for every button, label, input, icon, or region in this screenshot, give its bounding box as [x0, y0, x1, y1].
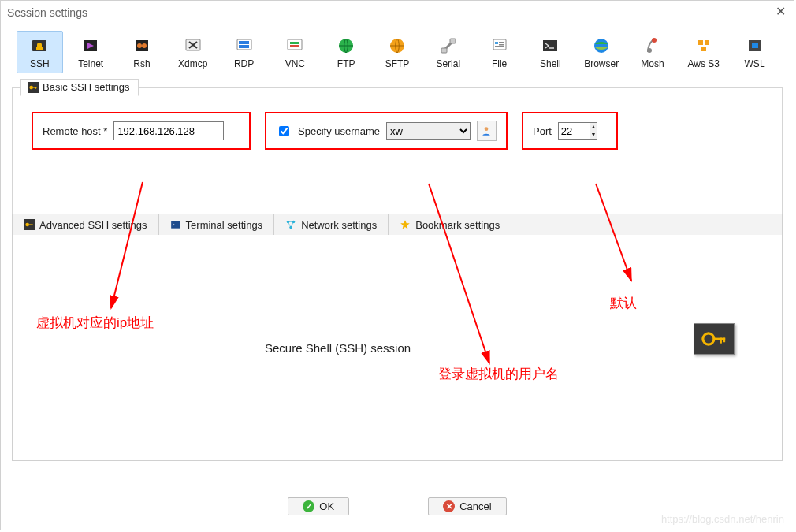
- tab-terminal[interactable]: Terminal settings: [159, 214, 275, 235]
- subtab-head: Advanced SSH settings Terminal settings …: [13, 214, 782, 235]
- xdmcp-icon: [184, 36, 203, 55]
- type-telnet[interactable]: Telnet: [68, 31, 114, 73]
- settings-row: Remote host * Specify username xw Port ▲…: [13, 88, 782, 164]
- svg-rect-18: [441, 48, 447, 53]
- svg-rect-1: [36, 47, 43, 50]
- tab-advanced-ssh[interactable]: Advanced SSH settings: [13, 214, 159, 235]
- specify-username-label: Specify username: [298, 125, 380, 137]
- svg-rect-25: [543, 40, 557, 51]
- username-group: Specify username xw: [265, 112, 508, 150]
- star-icon: [400, 219, 411, 230]
- svg-rect-49: [720, 338, 722, 344]
- svg-point-27: [652, 38, 657, 43]
- key-icon: [701, 329, 727, 349]
- svg-rect-29: [698, 40, 703, 45]
- user-picker-button[interactable]: [477, 121, 497, 141]
- browser-icon: [592, 36, 611, 55]
- remote-host-group: Remote host *: [32, 112, 251, 150]
- svg-rect-50: [723, 338, 725, 343]
- type-serial[interactable]: Serial: [425, 31, 471, 73]
- spin-up-icon[interactable]: ▲: [590, 123, 597, 131]
- type-wsl[interactable]: WSL: [731, 31, 778, 73]
- type-label: SFTP: [375, 58, 420, 69]
- port-group: Port ▲▼: [522, 112, 618, 150]
- type-vnc[interactable]: VNC: [272, 31, 318, 73]
- ssh-icon: [30, 36, 49, 55]
- svg-point-35: [29, 85, 33, 89]
- type-label: Rsh: [120, 58, 165, 69]
- type-rsh[interactable]: Rsh: [119, 31, 166, 73]
- svg-rect-10: [244, 41, 249, 44]
- advanced-content: Secure Shell (SSH) session 虚拟机对应的ip地址 登录…: [13, 235, 782, 460]
- window-title: Session settings: [7, 6, 87, 19]
- spinner-arrows[interactable]: ▲▼: [590, 122, 597, 140]
- session-type-row: SSH Telnet Rsh Xdmcp RDP VNC FTP SFTP: [1, 24, 794, 83]
- cancel-button[interactable]: ✕ Cancel: [428, 497, 506, 515]
- basic-ssh-tab[interactable]: Basic SSH settings: [20, 79, 139, 96]
- svg-rect-37: [35, 87, 36, 88]
- ftp-icon: [337, 36, 355, 55]
- svg-point-6: [142, 43, 147, 48]
- svg-rect-15: [290, 45, 299, 47]
- svg-point-5: [137, 43, 142, 48]
- type-file[interactable]: File: [476, 31, 523, 73]
- annotation-user: 登录虚拟机的用户名: [438, 365, 559, 383]
- port-spinner[interactable]: ▲▼: [558, 122, 597, 140]
- type-label: FTP: [324, 58, 369, 69]
- file-icon: [490, 36, 509, 55]
- type-label: Aws S3: [681, 58, 726, 69]
- check-icon: ✓: [303, 500, 314, 512]
- type-ftp[interactable]: FTP: [323, 31, 370, 73]
- svg-rect-41: [28, 224, 32, 225]
- tab-label: Advanced SSH settings: [39, 219, 147, 231]
- remote-host-label: Remote host *: [43, 125, 107, 137]
- svg-rect-8: [237, 39, 251, 50]
- network-icon: [285, 219, 296, 230]
- type-shell[interactable]: Shell: [527, 31, 574, 73]
- spin-down-icon[interactable]: ▼: [590, 131, 597, 139]
- type-label: VNC: [273, 58, 318, 69]
- tab-bookmark[interactable]: Bookmark settings: [389, 214, 511, 235]
- type-browser[interactable]: Browser: [578, 31, 625, 73]
- tab-label: Bookmark settings: [415, 219, 500, 231]
- svg-rect-23: [499, 44, 504, 46]
- type-label: SSH: [17, 58, 62, 69]
- wsl-icon: [746, 36, 764, 55]
- tab-label: Network settings: [301, 219, 377, 231]
- type-sftp[interactable]: SFTP: [374, 31, 421, 73]
- svg-rect-42: [171, 221, 180, 228]
- username-select[interactable]: xw: [386, 122, 471, 140]
- svg-point-38: [485, 127, 489, 131]
- terminal-icon: [170, 219, 181, 230]
- key-icon: [28, 82, 39, 93]
- type-label: WSL: [732, 58, 777, 69]
- svg-rect-11: [239, 45, 244, 48]
- type-aws[interactable]: Aws S3: [680, 31, 727, 73]
- title-bar: Session settings: [1, 1, 794, 24]
- type-xdmcp[interactable]: Xdmcp: [169, 31, 216, 73]
- type-label: Xdmcp: [170, 58, 215, 69]
- port-input[interactable]: [558, 122, 590, 140]
- type-rdp[interactable]: RDP: [221, 31, 267, 73]
- serial-icon: [439, 36, 458, 55]
- tab-network[interactable]: Network settings: [274, 214, 389, 235]
- annotation-ip: 虚拟机对应的ip地址: [36, 314, 154, 332]
- sftp-icon: [388, 36, 407, 55]
- svg-point-40: [25, 223, 29, 227]
- svg-rect-33: [752, 43, 758, 48]
- remote-host-input[interactable]: [113, 121, 224, 140]
- svg-rect-9: [239, 41, 244, 44]
- annotation-port: 默认: [610, 294, 637, 312]
- type-label: Shell: [528, 58, 573, 69]
- session-key-icon: [694, 323, 735, 355]
- ok-label: OK: [319, 500, 334, 512]
- specify-username-checkbox[interactable]: [279, 126, 289, 136]
- type-mosh[interactable]: Mosh: [630, 31, 676, 73]
- type-label: RDP: [221, 58, 266, 69]
- type-ssh[interactable]: SSH: [17, 31, 63, 73]
- type-label: Browser: [579, 58, 624, 69]
- close-icon[interactable]: ✕: [776, 4, 786, 19]
- ok-button[interactable]: ✓ OK: [288, 497, 349, 515]
- watermark: https://blog.csdn.net/henrin: [661, 513, 784, 525]
- basic-tab-label: Basic SSH settings: [43, 81, 130, 93]
